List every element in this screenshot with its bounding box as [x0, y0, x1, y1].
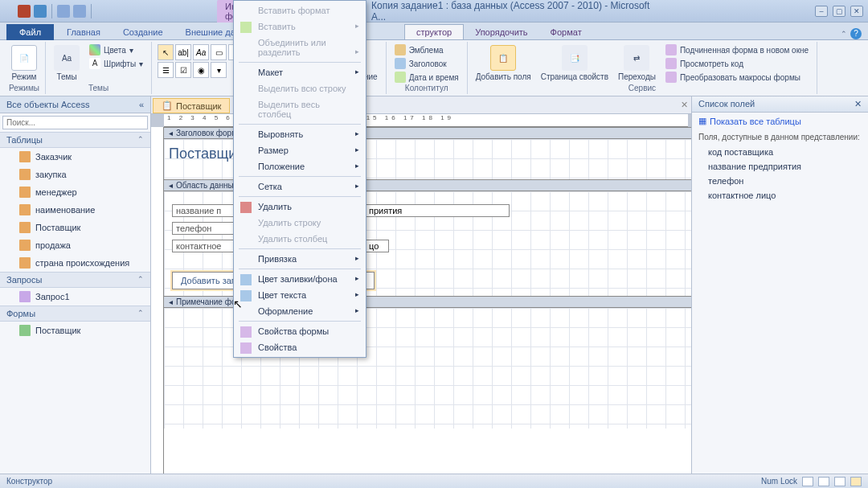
form-title-label[interactable]: Поставщик [169, 146, 243, 162]
undo-icon[interactable] [57, 5, 70, 18]
tab-file[interactable]: Файл [6, 24, 54, 40]
nav-item[interactable]: продажа [0, 236, 150, 254]
list-icon[interactable]: ☰ [158, 62, 174, 78]
context-menu-item[interactable]: Сетка [235, 178, 364, 195]
view-design-button[interactable] [850, 477, 862, 486]
show-all-tables-link[interactable]: ▦ Показать все таблицы [692, 113, 868, 129]
context-menu-item[interactable]: Свойства формы [235, 323, 364, 339]
logo-button[interactable]: Эмблема [391, 43, 462, 56]
navigation-pane: Все объекты Access « Таблицы⌃ Заказчикза… [0, 96, 151, 474]
minimize-button[interactable]: – [815, 6, 828, 17]
subform-button[interactable]: Подчиненная форма в новом окне [662, 43, 812, 56]
mode-button[interactable]: 📄 Режим [8, 43, 40, 83]
fieldlist-item[interactable]: код поставщика [692, 145, 868, 159]
delete-icon [240, 202, 252, 213]
redo-icon[interactable] [73, 5, 86, 18]
context-menu-item: Вставить формат [235, 2, 364, 18]
fonts-button[interactable]: AШрифты ▾ [86, 57, 146, 70]
navgroup-queries[interactable]: Запросы⌃ [0, 272, 150, 288]
ribbon-tabs: Файл Главная Создание Внешние данные стр… [0, 23, 868, 40]
title-button[interactable]: Заголовок [391, 57, 462, 70]
context-menu-item: Выделить весь столбец [235, 96, 364, 122]
vertical-ruler [151, 127, 164, 474]
save-icon[interactable] [34, 5, 47, 18]
colors-button[interactable]: Цвета ▾ [86, 43, 146, 56]
close-button[interactable]: ✕ [850, 6, 863, 17]
nav-item[interactable]: наименование [0, 201, 150, 219]
more-icon[interactable]: ▾ [211, 62, 227, 78]
document-close-icon[interactable]: ✕ [681, 100, 688, 110]
view-code-button[interactable]: Просмотреть код [662, 57, 812, 70]
property-sheet-button[interactable]: 📑 Страница свойств [538, 43, 612, 83]
fieldlist-close-icon[interactable]: ✕ [854, 99, 862, 109]
view-datasheet-button[interactable] [818, 477, 829, 486]
fieldlist-item[interactable]: контактное лицо [692, 188, 868, 203]
title-bar: Инструменты конструктора форм Копия зада… [0, 0, 868, 23]
object-icon [19, 222, 31, 233]
label-icon[interactable]: Aa [193, 44, 209, 60]
tab-designer[interactable]: структор [404, 24, 464, 39]
tab-create[interactable]: Создание [112, 25, 174, 39]
color-icon [240, 290, 252, 301]
context-menu-item[interactable]: Привязка [235, 251, 364, 267]
navpane-header[interactable]: Все объекты Access « [0, 96, 150, 113]
context-menu[interactable]: Вставить форматВставитьОбъединить или ра… [233, 0, 366, 358]
nav-item[interactable]: Поставщик [0, 219, 150, 236]
tab-arrange[interactable]: Упорядочить [464, 25, 538, 39]
context-menu-item[interactable]: Цвет текста [235, 287, 364, 303]
numlock-label: Num Lock [761, 477, 797, 486]
context-menu-item[interactable]: Цвет заливки/фона [235, 271, 364, 287]
design-canvas: 📋Поставщик ✕ 1 2 3 4 5 6 7 8 9 10 11 12 … [151, 96, 691, 474]
fieldlist-item[interactable]: телефон [692, 174, 868, 188]
datetime-button[interactable]: Дата и время [391, 71, 462, 84]
document-tab[interactable]: 📋Поставщик [153, 98, 230, 113]
navpane-search-input[interactable] [2, 116, 148, 129]
help-icon[interactable]: ? [850, 28, 862, 39]
object-icon [19, 291, 31, 302]
ribbon: 📄 Режим Режимы Aa Темы Цвета ▾ AШрифты ▾… [0, 40, 868, 96]
maximize-button[interactable]: ▢ [833, 6, 845, 17]
context-menu-item[interactable]: Оформление [235, 303, 364, 319]
add-fields-button[interactable]: 📋 Добавить поля [473, 43, 534, 83]
object-icon [19, 151, 31, 162]
quick-access-toolbar [0, 4, 93, 18]
themes-button[interactable]: Aa Темы [51, 43, 83, 83]
view-form-button[interactable] [802, 477, 813, 486]
context-menu-item[interactable]: Удалить [235, 199, 364, 215]
check-icon[interactable]: ☑ [175, 62, 191, 78]
nav-item[interactable]: закупка [0, 166, 150, 183]
field-textbox-2[interactable]: цо [365, 240, 389, 252]
nav-item[interactable]: страна происхождения [0, 254, 150, 272]
tab-home[interactable]: Главная [55, 25, 112, 39]
convert-macros-button[interactable]: Преобразовать макросы формы [662, 71, 812, 84]
context-menu-item[interactable]: Макет [235, 64, 364, 80]
form-icon: 📋 [162, 100, 173, 111]
view-layout-button[interactable] [834, 477, 845, 486]
fieldlist-item[interactable]: название предприятия [692, 159, 868, 174]
table-icon: ▦ [698, 116, 706, 126]
nav-item[interactable]: Заказчик [0, 148, 150, 166]
button-icon[interactable]: ▭ [211, 44, 227, 60]
context-menu-item[interactable]: Положение [235, 158, 364, 174]
nav-item[interactable]: Поставщик [0, 322, 150, 339]
navgroup-forms[interactable]: Формы⌃ [0, 306, 150, 322]
context-menu-item: Выделить всю строку [235, 80, 364, 96]
pointer-icon[interactable]: ↖ [158, 44, 174, 60]
field-list-pane: Список полей ✕ ▦ Показать все таблицы По… [691, 96, 868, 474]
access-app-icon[interactable] [18, 5, 31, 18]
tab-format[interactable]: Формат [539, 25, 593, 39]
ribbon-collapse-icon[interactable]: ⌃ [841, 30, 847, 38]
option-icon[interactable]: ◉ [193, 62, 209, 78]
field-textbox-0[interactable]: приятия [365, 204, 510, 217]
navgroup-tables[interactable]: Таблицы⌃ [0, 132, 150, 148]
chevron-left-icon[interactable]: « [139, 100, 144, 109]
tab-order-button[interactable]: ⇄ Переходы [615, 43, 659, 83]
context-menu-item[interactable]: Размер [235, 142, 364, 158]
textbox-icon[interactable]: ab| [175, 44, 191, 60]
context-menu-item[interactable]: Свойства [235, 339, 364, 355]
nav-item[interactable]: менеджер [0, 183, 150, 201]
context-menu-item[interactable]: Выровнять [235, 126, 364, 142]
object-icon [19, 257, 31, 269]
context-menu-item: Вставить [235, 18, 364, 35]
nav-item[interactable]: Запрос1 [0, 288, 150, 306]
